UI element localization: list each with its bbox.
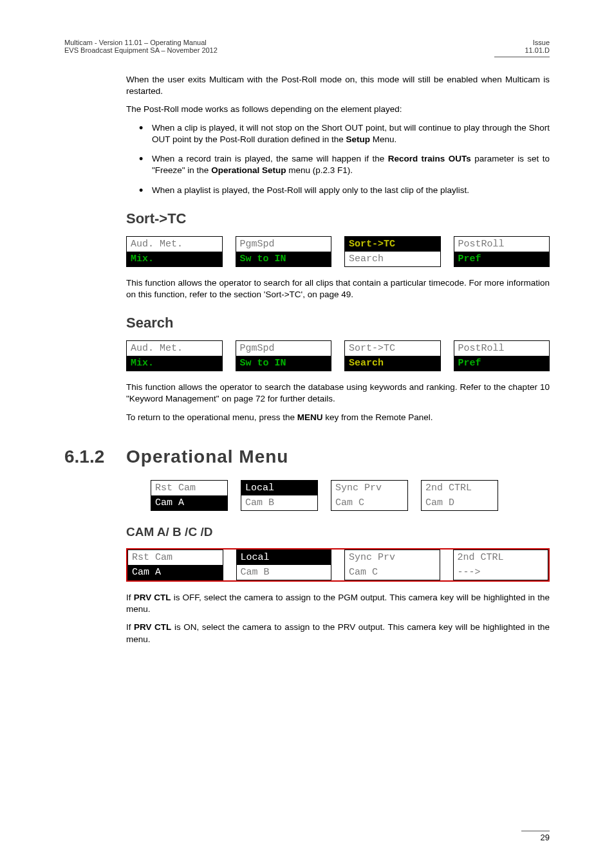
menu-cell: Cam B <box>241 495 317 510</box>
header-left-line2: EVS Broadcast Equipment SA – November 20… <box>64 46 218 54</box>
menu-cell: Local <box>241 481 317 495</box>
menu-cell: Sw to IN <box>236 356 331 371</box>
intro-bullet-1: When a clip is played, it will not stop … <box>139 122 550 145</box>
menu-col-4: 2nd CTRL Cam D <box>421 480 498 511</box>
cam-para1: If PRV CTL is OFF, select the camera to … <box>126 592 550 615</box>
menu-cell: PgmSpd <box>236 237 331 252</box>
menu-col-3: Sync Prv Cam C <box>344 549 440 580</box>
menu-col-1: Aud. Met. Mix. <box>126 340 223 371</box>
menu-cell: Cam A <box>128 565 223 580</box>
menu-col-4: PostRoll Pref <box>454 340 550 371</box>
menu-col-2: Local Cam B <box>236 549 332 580</box>
cam-para2: If PRV CTL is ON, select the camera to a… <box>126 622 550 645</box>
menu-cell: Pref <box>454 356 550 371</box>
sorttc-menu-figure: Aud. Met. Mix. PgmSpd Sw to IN Sort->TC … <box>126 236 550 267</box>
menu-cell: Cam C <box>331 495 407 510</box>
menu-cell: Aud. Met. <box>127 237 222 252</box>
menu-cell: Cam C <box>345 565 440 580</box>
header-right-line1: Issue <box>525 39 550 46</box>
menu-cell: Mix. <box>127 356 222 371</box>
menu-cell: Mix. <box>127 252 222 266</box>
opmenu-figure: Rst Cam Cam A Local Cam B Sync Prv Cam C… <box>151 480 498 511</box>
menu-cell: Sort->TC <box>345 341 440 356</box>
menu-cell: Cam D <box>422 495 498 510</box>
menu-cell: Sort->TC <box>345 237 440 252</box>
header-rule <box>494 57 550 57</box>
menu-col-2: PgmSpd Sw to IN <box>236 236 332 267</box>
menu-cell: Cam A <box>151 495 227 510</box>
menu-cell: 2nd CTRL <box>454 550 548 565</box>
menu-cell: Search <box>345 356 440 371</box>
menu-cell: Sync Prv <box>331 481 407 495</box>
menu-cell: Rst Cam <box>151 481 227 495</box>
menu-cell: Rst Cam <box>128 550 223 565</box>
cam-red-frame: Rst Cam Cam A Local Cam B Sync Prv Cam C… <box>126 548 550 582</box>
menu-col-2: Local Cam B <box>241 480 318 511</box>
menu-cell: Aud. Met. <box>127 341 222 356</box>
menu-cell: Local <box>237 550 331 565</box>
intro-bullets: When a clip is played, it will not stop … <box>126 122 550 196</box>
menu-col-1: Rst Cam Cam A <box>127 549 223 580</box>
intro-bullet-2: When a record train is played, the same … <box>139 153 550 176</box>
search-para2: To return to the operational menu, press… <box>126 412 550 423</box>
intro-para1: When the user exits Multicam with the Po… <box>126 74 550 97</box>
intro-bullet-3: When a playlist is played, the Post-Roll… <box>139 185 550 196</box>
menu-col-4: PostRoll Pref <box>454 236 550 267</box>
menu-col-3: Sort->TC Search <box>344 340 441 371</box>
footer: 29 <box>521 831 550 842</box>
sorttc-heading: Sort->TC <box>126 210 550 227</box>
menu-cell: Sync Prv <box>345 550 440 565</box>
search-para1: This function allows the operator to sea… <box>126 382 550 405</box>
menu-col-2: PgmSpd Sw to IN <box>236 340 332 371</box>
menu-cell: Pref <box>454 252 550 266</box>
search-menu-figure: Aud. Met. Mix. PgmSpd Sw to IN Sort->TC … <box>126 340 550 371</box>
menu-cell: PostRoll <box>454 341 550 356</box>
menu-cell: Cam B <box>237 565 331 580</box>
page-number: 29 <box>521 833 550 842</box>
menu-col-1: Aud. Met. Mix. <box>126 236 223 267</box>
section-number: 6.1.2 <box>64 447 111 467</box>
section-title: Operational Menu <box>126 447 288 467</box>
search-heading: Search <box>126 315 550 331</box>
menu-cell: ---> <box>454 565 548 580</box>
sorttc-para: This function allows the operator to sea… <box>126 277 550 300</box>
footer-rule <box>521 831 550 831</box>
menu-col-4: 2nd CTRL ---> <box>453 549 549 580</box>
header-left-line1: Multicam - Version 11.01 – Operating Man… <box>64 39 218 46</box>
menu-cell: Search <box>345 252 440 266</box>
opmenu-heading-row: 6.1.2 Operational Menu <box>64 447 550 467</box>
menu-cell: PostRoll <box>454 237 550 252</box>
menu-col-1: Rst Cam Cam A <box>151 480 228 511</box>
header-right-line2: 11.01.D <box>525 46 550 54</box>
intro-para2: The Post-Roll mode works as follows depe… <box>126 104 550 115</box>
page-header: Multicam - Version 11.01 – Operating Man… <box>64 39 550 54</box>
menu-cell: 2nd CTRL <box>422 481 498 495</box>
menu-cell: Sw to IN <box>236 252 331 266</box>
menu-col-3: Sort->TC Search <box>344 236 441 267</box>
menu-col-3: Sync Prv Cam C <box>331 480 408 511</box>
cam-heading: CAM A/ B /C /D <box>126 525 550 539</box>
menu-cell: PgmSpd <box>236 341 331 356</box>
